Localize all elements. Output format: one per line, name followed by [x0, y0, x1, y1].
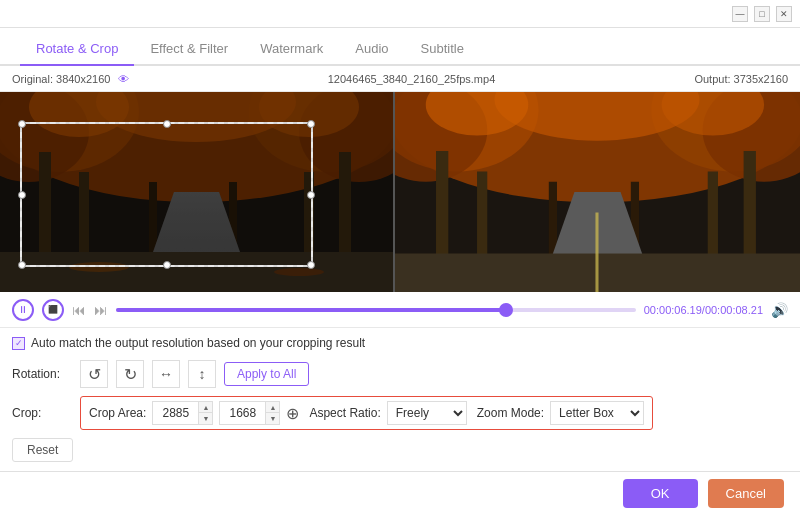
skip-back-button[interactable]: ⏮ [72, 302, 86, 318]
height-spinners: ▲ ▼ [265, 402, 279, 424]
maximize-button[interactable]: □ [754, 6, 770, 22]
cancel-button[interactable]: Cancel [708, 479, 784, 508]
reset-row: Reset [12, 438, 788, 462]
crop-handle-tm[interactable] [163, 120, 171, 128]
aspect-ratio-label: Aspect Ratio: [309, 406, 380, 420]
crop-label: Crop: [12, 406, 72, 420]
stop-button[interactable]: ⬛ [42, 299, 64, 321]
window-controls: — □ ✕ [732, 6, 792, 22]
zoom-mode-label: Zoom Mode: [477, 406, 544, 420]
minimize-button[interactable]: — [732, 6, 748, 22]
checkbox-check-icon: ✓ [15, 338, 23, 348]
crosshair-icon[interactable]: ⊕ [286, 404, 299, 423]
filename: 12046465_3840_2160_25fps.mp4 [328, 73, 496, 85]
output-resolution: Output: 3735x2160 [694, 73, 788, 85]
tab-audio[interactable]: Audio [339, 33, 404, 66]
reset-button[interactable]: Reset [12, 438, 73, 462]
preview-right [395, 92, 800, 292]
close-button[interactable]: ✕ [776, 6, 792, 22]
title-bar: — □ ✕ [0, 0, 800, 28]
rotation-label: Rotation: [12, 367, 72, 381]
preview-area [0, 92, 800, 292]
rotation-row: Rotation: ↺ ↻ ↔ ↕ Apply to All [12, 360, 788, 388]
crop-area-label: Crop Area: [89, 406, 146, 420]
crop-handle-bm[interactable] [163, 261, 171, 269]
flip-vertical-button[interactable]: ↕ [188, 360, 216, 388]
progress-bar[interactable] [116, 308, 636, 312]
crop-width-input-group: ▲ ▼ [152, 401, 213, 425]
crop-control-row: Crop: Crop Area: ▲ ▼ ▲ ▼ ⊕ [12, 396, 788, 430]
time-display: 00:00:06.19/00:00:08.21 [644, 304, 763, 316]
crop-handle-mr[interactable] [307, 191, 315, 199]
pause-button[interactable]: ⏸ [12, 299, 34, 321]
rotate-left-button[interactable]: ↺ [80, 360, 108, 388]
progress-fill [116, 308, 506, 312]
width-spinners: ▲ ▼ [198, 402, 212, 424]
crop-height-input[interactable] [220, 402, 265, 424]
height-decrement-button[interactable]: ▼ [265, 413, 279, 424]
crop-handle-ml[interactable] [18, 191, 26, 199]
crop-width-input[interactable] [153, 402, 198, 424]
skip-forward-button[interactable]: ⏭ [94, 302, 108, 318]
file-info-bar: Original: 3840x2160 👁 12046465_3840_2160… [0, 66, 800, 92]
playback-bar: ⏸ ⬛ ⏮ ⏭ 00:00:06.19/00:00:08.21 🔊 [0, 292, 800, 328]
tab-rotate-crop[interactable]: Rotate & Crop [20, 33, 134, 66]
apply-all-button[interactable]: Apply to All [224, 362, 309, 386]
auto-match-label: Auto match the output resolution based o… [31, 336, 365, 350]
aspect-ratio-select[interactable]: Freely 16:9 4:3 1:1 9:16 [387, 401, 467, 425]
original-resolution: Original: 3840x2160 👁 [12, 73, 129, 85]
bottom-bar: OK Cancel [0, 471, 800, 515]
volume-icon[interactable]: 🔊 [771, 302, 788, 318]
crop-handle-bl[interactable] [18, 261, 26, 269]
crop-overlay[interactable] [20, 122, 313, 267]
preview-left [0, 92, 395, 292]
flip-horizontal-button[interactable]: ↔ [152, 360, 180, 388]
crop-height-input-group: ▲ ▼ [219, 401, 280, 425]
progress-thumb[interactable] [499, 303, 513, 317]
crop-handle-tr[interactable] [307, 120, 315, 128]
height-increment-button[interactable]: ▲ [265, 402, 279, 413]
tab-watermark[interactable]: Watermark [244, 33, 339, 66]
zoom-mode-select[interactable]: Letter Box Pan & Scan Full [550, 401, 644, 425]
tab-subtitle[interactable]: Subtitle [405, 33, 480, 66]
tab-bar: Rotate & Crop Effect & Filter Watermark … [0, 28, 800, 66]
auto-match-checkbox[interactable]: ✓ [12, 337, 25, 350]
crop-handle-tl[interactable] [18, 120, 26, 128]
crop-settings-panel: Crop Area: ▲ ▼ ▲ ▼ ⊕ Aspect Ratio: [80, 396, 653, 430]
tab-effect-filter[interactable]: Effect & Filter [134, 33, 244, 66]
auto-match-row: ✓ Auto match the output resolution based… [12, 336, 788, 350]
crop-handle-br[interactable] [307, 261, 315, 269]
width-decrement-button[interactable]: ▼ [198, 413, 212, 424]
controls-area: ✓ Auto match the output resolution based… [0, 328, 800, 471]
width-increment-button[interactable]: ▲ [198, 402, 212, 413]
ok-button[interactable]: OK [623, 479, 698, 508]
rotate-right-button[interactable]: ↻ [116, 360, 144, 388]
eye-icon[interactable]: 👁 [118, 73, 129, 85]
